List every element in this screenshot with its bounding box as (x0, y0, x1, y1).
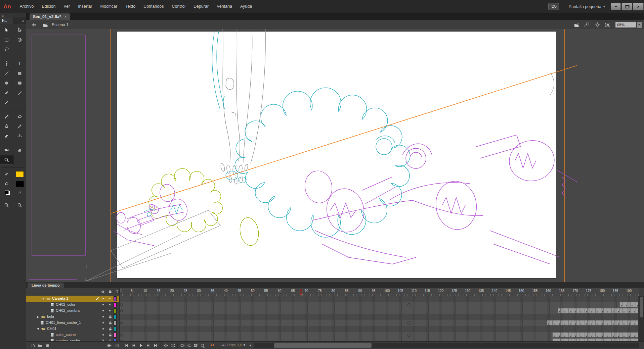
empty-keyframe[interactable] (120, 340, 123, 341)
layer-depth-button[interactable] (115, 343, 120, 348)
layer-row-color-coche[interactable]: color_coche (26, 332, 119, 338)
zoom-tool[interactable] (0, 155, 13, 165)
menu-insertar[interactable]: Insertar (74, 0, 96, 13)
default-colors-button[interactable] (0, 189, 13, 196)
width-tool[interactable] (13, 131, 26, 141)
empty-keyframe[interactable] (407, 334, 411, 337)
delete-layer-button[interactable] (45, 343, 50, 348)
layer-visible-dot[interactable] (102, 316, 104, 317)
scene-breadcrumb[interactable]: Escena 1 (52, 22, 69, 27)
layer-visible-dot[interactable] (102, 322, 104, 323)
scroll-left-icon[interactable] (248, 343, 253, 348)
swap-colors-button[interactable]: ⇄ (13, 189, 26, 196)
layer-row-sombra-coche[interactable]: sombra_coche✕ (26, 338, 119, 341)
hand-tool[interactable] (13, 145, 26, 155)
layer-outline-swatch[interactable] (114, 296, 117, 301)
layer-lock-icon[interactable] (108, 333, 113, 337)
empty-keyframe[interactable] (120, 309, 123, 312)
onion-skin-button[interactable] (180, 343, 185, 348)
menu-archivo[interactable]: Archivo (16, 0, 38, 13)
camera-tool[interactable] (0, 145, 13, 155)
step-back-button[interactable] (131, 343, 136, 348)
playhead-marker[interactable] (300, 289, 302, 295)
onion-outline-button[interactable] (187, 343, 192, 348)
frames-row-ch01-linea-coche-1[interactable] (120, 320, 638, 326)
oval-tool[interactable] (0, 78, 13, 88)
eraser-tool[interactable] (0, 131, 13, 141)
keyframe-cluster[interactable] (547, 320, 638, 325)
clip-outside-icon[interactable] (605, 22, 611, 28)
empty-keyframe[interactable] (120, 321, 123, 325)
menu-ayuda[interactable]: Ayuda (236, 0, 256, 13)
keyframe-cluster[interactable] (552, 332, 638, 337)
last-frame-button[interactable] (153, 343, 158, 348)
pen-tool[interactable] (0, 59, 13, 68)
modify-markers-button[interactable] (200, 343, 205, 348)
layer-row-carpeta-1[interactable]: Carpeta 1 (26, 296, 119, 302)
sync-settings-button[interactable] (548, 3, 559, 10)
scrollbar-thumb[interactable] (274, 343, 372, 348)
fill-color-swatch[interactable] (13, 179, 26, 189)
edit-scene-icon[interactable] (573, 22, 579, 28)
text-tool[interactable]: T (13, 59, 26, 68)
center-stage-icon[interactable] (594, 22, 600, 28)
back-arrow-icon[interactable] (31, 22, 37, 28)
pencil-tool[interactable] (0, 88, 13, 98)
layer-lock-icon[interactable] (108, 327, 113, 331)
step-forward-button[interactable] (146, 343, 151, 348)
timeline-ruler[interactable]: 1510152025303540455055606570758085909510… (120, 288, 639, 296)
layer-row-bola[interactable]: bola (26, 314, 119, 320)
lock-icon[interactable] (108, 289, 113, 294)
layer-unlocked-dot[interactable] (109, 298, 111, 299)
zoom-out-button[interactable] (13, 200, 26, 210)
close-button[interactable]: × (633, 3, 644, 10)
current-frame-field[interactable]: 30 (210, 343, 214, 347)
paint-brush-tool[interactable] (0, 98, 13, 107)
zoom-in-button[interactable] (0, 200, 13, 210)
layer-outline-swatch[interactable] (114, 302, 117, 307)
menu-modificar[interactable]: Modificar (96, 0, 122, 13)
expand-folder-icon[interactable] (37, 316, 39, 318)
collapse-folder-icon[interactable] (37, 328, 40, 330)
menu-edicion[interactable]: Edición (38, 0, 59, 13)
new-folder-button[interactable] (37, 343, 42, 348)
free-transform-tool[interactable] (0, 35, 13, 45)
layer-hidden-icon[interactable]: ✕ (102, 339, 104, 341)
new-layer-button[interactable] (30, 343, 35, 348)
rectangle-tool[interactable] (13, 68, 26, 78)
timeline-vertical-scrollbar[interactable] (639, 296, 644, 341)
layer-lock-icon[interactable] (108, 320, 113, 325)
edit-multiple-frames-button[interactable] (194, 343, 199, 348)
menu-ver[interactable]: Ver (59, 0, 74, 13)
eyedropper-tool[interactable] (13, 121, 26, 131)
frames-row-ch01[interactable] (120, 326, 638, 332)
selection-tool[interactable] (0, 25, 13, 35)
zoom-level-field[interactable]: 68% (615, 22, 636, 28)
menu-depurar[interactable]: Depurar (189, 0, 213, 13)
layer-row-ch01-linea-coche-1[interactable]: CH01_linea_coche_1 (26, 320, 119, 326)
stroke-color-swatch[interactable] (13, 169, 26, 179)
layer-lock-icon[interactable] (108, 314, 113, 319)
frames-row-ch02-sombra[interactable] (120, 308, 638, 314)
menu-texto[interactable]: Texto (121, 0, 139, 13)
gradient-transform-tool[interactable] (13, 35, 26, 45)
layer-outline-swatch[interactable] (114, 308, 117, 313)
line-tool[interactable] (0, 68, 13, 78)
subselection-tool[interactable] (13, 25, 26, 35)
restore-button[interactable] (621, 3, 632, 10)
frames-row-bola[interactable] (120, 314, 638, 320)
layer-row-ch02-color[interactable]: CH02_color (26, 302, 119, 308)
play-button[interactable] (138, 343, 143, 348)
art-brush-tool[interactable] (13, 88, 26, 98)
edit-symbol-icon[interactable] (584, 22, 590, 28)
camera-button[interactable] (107, 343, 112, 348)
first-frame-button[interactable] (124, 343, 129, 348)
empty-keyframe[interactable] (120, 334, 123, 337)
layer-outline-swatch[interactable] (114, 333, 117, 338)
layer-outline-swatch[interactable] (114, 314, 117, 319)
timeline-tab[interactable]: Línea de tiempo (28, 283, 64, 288)
empty-keyframe[interactable] (120, 303, 123, 306)
frames-row-ch02-color[interactable] (120, 302, 638, 308)
keyframe-cluster[interactable] (619, 302, 638, 307)
collapse-folder-icon[interactable] (42, 298, 45, 300)
